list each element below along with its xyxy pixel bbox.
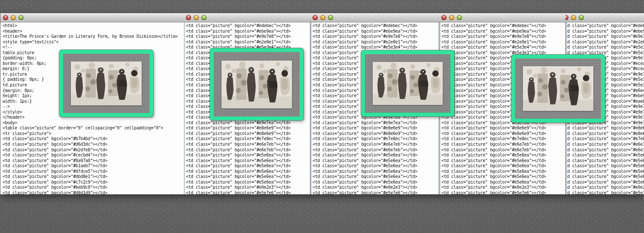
code-line: <td class="picture" bgcolor="#e8e6e9"></… — [565, 131, 644, 137]
code-line: <td class="picture" bgcolor="#e2dfe8"></… — [3, 147, 184, 153]
garden-collage-photo — [523, 66, 593, 111]
garden-collage-photo — [71, 61, 142, 105]
code-line: <td class="picture" bgcolor="#e5e6ea"></… — [441, 158, 565, 164]
code-line: <td class="picture" bgcolor="#e5e3e4"></… — [441, 45, 565, 50]
code-line: <body> — [3, 120, 184, 126]
code-line: <td class="picture" bgcolor="#b7b4bd"></… — [3, 136, 184, 142]
code-line: <td class="picture" bgcolor="#e5e6ea"></… — [186, 180, 310, 185]
traffic-lights — [186, 15, 207, 20]
code-line: <td class="picture" bgcolor="#dbd8e1"></… — [3, 174, 184, 180]
code-line: <td class="picture" bgcolor="#e0e2e3"></… — [441, 185, 565, 190]
close-button-icon[interactable] — [186, 15, 191, 20]
code-line: <td class="picture" bgcolor="#e5e6ea"></… — [313, 158, 439, 164]
code-line: <td class="picture" bgcolor="#e8e6e9"></… — [313, 131, 439, 137]
code-line: <td class="picture" bgcolor="#e2e0e1"></… — [565, 40, 644, 45]
code-line: <td class="picture" bgcolor="#e5e6ea"></… — [441, 153, 565, 158]
zoom-button-icon[interactable] — [328, 15, 333, 20]
code-line: <td class="picture" bgcolor="#e5e6ea"></… — [565, 163, 644, 169]
code-line: <td class="picture" bgcolor="#e5e6ea"></… — [565, 169, 644, 175]
code-line: <tr class="picture"> — [3, 131, 184, 137]
code-line: <td class="picture" bgcolor="#e8e6e9"></… — [441, 131, 565, 137]
close-button-icon[interactable] — [3, 15, 8, 20]
code-line: <td class="picture" bgcolor="#e5e6ea"></… — [313, 174, 439, 180]
code-line: <title>The Prince's Garden in Literary F… — [3, 34, 184, 40]
minimize-button-icon[interactable] — [11, 15, 16, 20]
code-line: <td class="picture" bgcolor="#e7e8ec"></… — [565, 136, 644, 142]
code-line: <td class="picture" bgcolor="#e6e7eb"></… — [313, 142, 439, 147]
code-line: <td class="picture" bgcolor="#e5e7e6"></… — [313, 190, 439, 194]
code-line: <td class="picture" bgcolor="#b1aeb7"></… — [3, 163, 184, 169]
code-line: <td class="picture" bgcolor="#e8e6e9"></… — [441, 126, 565, 131]
code-line: <header> — [3, 29, 184, 34]
close-button-icon[interactable] — [441, 15, 447, 20]
code-line: <td class="picture" bgcolor="#e7e8ec"></… — [441, 136, 565, 142]
zoom-button-icon[interactable] — [201, 15, 207, 20]
minimize-button-icon[interactable] — [449, 15, 454, 20]
title-bar[interactable] — [183, 13, 310, 22]
code-line: <td class="picture" bgcolor="#e9e7ea"></… — [186, 120, 310, 126]
code-line: <td class="picture" bgcolor="#e5e7e6"></… — [441, 190, 565, 194]
title-bar[interactable] — [565, 13, 644, 22]
close-button-icon[interactable] — [565, 15, 568, 20]
code-line: <td class="picture" bgcolor="#beb9c0"></… — [3, 185, 184, 190]
code-line: <td class="picture" bgcolor="#e5e6ea"></… — [565, 153, 644, 158]
artwork-image-4[interactable] — [511, 55, 605, 123]
artwork-image-3[interactable] — [361, 50, 454, 116]
minimize-button-icon[interactable] — [320, 15, 325, 20]
code-line: <table class="picture" border="0" cellsp… — [3, 126, 184, 131]
code-line: <td class="picture" bgcolor="#e5e6ea"></… — [313, 163, 439, 169]
code-line: <td class="picture" bgcolor="#e6e7eb"></… — [565, 142, 644, 147]
code-line: <td class="picture" bgcolor="#ebe9ea"></… — [313, 29, 439, 34]
code-line: <td class="picture" bgcolor="#e5e6ea"></… — [565, 174, 644, 180]
code-line: <td class="picture" bgcolor="#e7e8ec"></… — [186, 136, 310, 142]
title-bar[interactable] — [0, 13, 184, 22]
code-line: <td class="picture" bgcolor="#e9e7ea"></… — [313, 120, 439, 126]
code-line: <td class="picture" bgcolor="#e2e0e1"></… — [313, 40, 439, 45]
code-line: <td class="picture" bgcolor="#e5e3e4"></… — [565, 45, 644, 50]
code-line: <td class="picture" bgcolor="#e5e3e4"></… — [313, 45, 439, 50]
code-line: <td class="picture" bgcolor="#e5e6ea"></… — [186, 169, 310, 175]
artwork-image-2[interactable] — [210, 48, 304, 120]
code-line: <td class="picture" bgcolor="#cecbd4"></… — [3, 153, 184, 158]
code-line: <td class="picture" bgcolor="#dfdce5"></… — [3, 169, 184, 175]
code-line: <td class="picture" bgcolor="#e5e6ea"></… — [313, 153, 439, 158]
code-line: <td class="picture" bgcolor="#ebe9ea"></… — [565, 29, 644, 34]
traffic-lights — [313, 15, 333, 20]
code-line: <td class="picture" bgcolor="#e6e7eb"></… — [441, 142, 565, 147]
code-line: <td class="picture" bgcolor="#edebec"></… — [186, 23, 310, 29]
code-line: <td class="picture" bgcolor="#e2e0e1"></… — [186, 40, 310, 45]
code-line: <td class="picture" bgcolor="#e5e6ea"></… — [186, 153, 310, 158]
code-line: <td class="picture" bgcolor="#d6d3dc"></… — [3, 142, 184, 147]
traffic-lights — [3, 15, 24, 20]
code-line: <td class="picture" bgcolor="#e6e7eb"></… — [186, 147, 310, 153]
code-line: <td class="picture" bgcolor="#e5e6ea"></… — [565, 158, 644, 164]
code-line: <td class="picture" bgcolor="#e5e6ea"></… — [313, 169, 439, 175]
title-bar[interactable] — [439, 13, 565, 22]
code-line: <td class="picture" bgcolor="#e5e6ea"></… — [186, 158, 310, 164]
code-line: <td class="picture" bgcolor="#edebec"></… — [313, 23, 439, 29]
traffic-lights — [441, 15, 462, 20]
zoom-button-icon[interactable] — [457, 15, 462, 20]
code-line: <td class="picture" bgcolor="#e9e7e8"></… — [186, 34, 310, 40]
code-line: <td class="picture" bgcolor="#e6e7eb"></… — [441, 147, 565, 153]
code-line: <style type="text/css"> — [3, 40, 184, 45]
title-bar[interactable] — [310, 13, 439, 22]
code-line: <!-- — [3, 45, 184, 50]
code-line: <td class="picture" bgcolor="#e5e6ea"></… — [441, 174, 565, 180]
code-line: <td class="picture" bgcolor="#e8e6e9"></… — [313, 126, 439, 131]
close-button-icon[interactable] — [313, 15, 318, 20]
code-line: <td class="picture" bgcolor="#e6e7eb"></… — [565, 147, 644, 153]
screen: <html><header><title>The Prince's Garden… — [0, 0, 644, 233]
zoom-button-icon[interactable] — [579, 15, 584, 20]
zoom-button-icon[interactable] — [18, 15, 24, 20]
code-line: <td class="picture" bgcolor="#e2e0e1"></… — [441, 40, 565, 45]
minimize-button-icon[interactable] — [571, 15, 576, 20]
minimize-button-icon[interactable] — [194, 15, 199, 20]
code-line: <td class="picture" bgcolor="#e5e6ea"></… — [441, 163, 565, 169]
code-line: <td class="picture" bgcolor="#c7c2c9"></… — [3, 180, 184, 185]
code-line: <td class="picture" bgcolor="#e9e7e8"></… — [313, 34, 439, 40]
code-line: <td class="picture" bgcolor="#e5e6ea"></… — [313, 180, 439, 185]
code-line: <td class="picture" bgcolor="#e5e6ea"></… — [186, 174, 310, 180]
code-line: <html> — [3, 23, 184, 29]
artwork-image-1[interactable] — [59, 50, 153, 117]
